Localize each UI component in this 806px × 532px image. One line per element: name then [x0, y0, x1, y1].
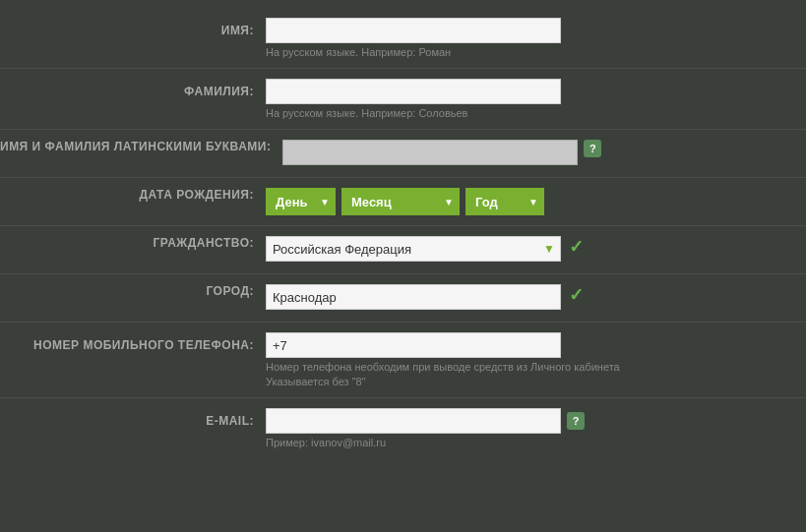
- name-hint: На русском языке. Например: Роман: [266, 43, 451, 58]
- surname-row: ФАМИЛИЯ: На русском языке. Например: Сол…: [0, 71, 806, 127]
- phone-hint-1: Номер телефона необходим при выводе сред…: [266, 358, 620, 373]
- latin-name-help-icon[interactable]: ?: [584, 140, 601, 157]
- profile-form: ИМЯ: На русском языке. Например: Роман Ф…: [0, 0, 806, 466]
- divider-3: [0, 177, 806, 178]
- birthdate-row: ДАТА РОЖДЕНИЯ: День 1234 5678 910 ▼ Меся…: [0, 180, 806, 223]
- divider-5: [0, 273, 806, 274]
- surname-input[interactable]: [266, 79, 561, 104]
- month-select[interactable]: Месяц ЯнварьФевральМарт АпрельМайИюнь Ию…: [341, 188, 460, 215]
- birthdate-label: ДАТА РОЖДЕНИЯ:: [0, 188, 266, 202]
- divider-7: [0, 397, 806, 398]
- date-selects: День 1234 5678 910 ▼ Месяц ЯнварьФевраль…: [266, 188, 550, 215]
- day-select-wrapper: День 1234 5678 910 ▼: [266, 188, 336, 215]
- phone-row-inner: НОМЕР МОБИЛЬНОГО ТЕЛЕФОНА:: [0, 332, 806, 358]
- divider-4: [0, 225, 806, 226]
- email-label: E-MAIL:: [0, 414, 266, 428]
- citizenship-label: ГРАЖДАНСТВО:: [0, 236, 266, 250]
- divider-2: [0, 129, 806, 130]
- year-select-wrapper: Год 2000199919981997 ▼: [465, 188, 544, 215]
- citizenship-row: ГРАЖДАНСТВО: Российская Федерация Другое…: [0, 228, 806, 271]
- email-input[interactable]: [266, 408, 561, 434]
- name-input[interactable]: [266, 18, 561, 43]
- email-help-icon[interactable]: ?: [567, 412, 585, 430]
- surname-row-inner: ФАМИЛИЯ:: [0, 79, 806, 104]
- city-row: ГОРОД: ✓: [0, 276, 806, 320]
- name-row-inner: ИМЯ:: [0, 18, 806, 43]
- citizenship-select[interactable]: Российская Федерация Другое: [266, 236, 561, 262]
- divider-6: [0, 322, 806, 323]
- phone-label: НОМЕР МОБИЛЬНОГО ТЕЛЕФОНА:: [0, 338, 266, 352]
- latin-name-row: ИМЯ И ФАМИЛИЯ ЛАТИНСКИМИ БУКВАМИ: ?: [0, 132, 806, 175]
- name-label: ИМЯ:: [0, 24, 266, 37]
- phone-row: НОМЕР МОБИЛЬНОГО ТЕЛЕФОНА: Номер телефон…: [0, 325, 806, 395]
- city-check-icon: ✓: [569, 284, 584, 306]
- day-select[interactable]: День 1234 5678 910: [266, 188, 336, 215]
- city-label: ГОРОД:: [0, 284, 266, 298]
- surname-label: ФАМИЛИЯ:: [0, 85, 266, 98]
- latin-name-input[interactable]: [282, 140, 578, 165]
- phone-hint-2: Указывается без "8": [266, 373, 366, 387]
- city-input[interactable]: [266, 284, 561, 310]
- month-select-wrapper: Месяц ЯнварьФевральМарт АпрельМайИюнь Ию…: [341, 188, 460, 215]
- latin-name-label: ИМЯ И ФАМИЛИЯ ЛАТИНСКИМИ БУКВАМИ:: [0, 140, 282, 153]
- email-hint: Пример: ivanov@mail.ru: [266, 434, 386, 448]
- phone-input[interactable]: [266, 332, 561, 358]
- divider-1: [0, 68, 806, 69]
- email-row-inner: E-MAIL: ?: [0, 408, 806, 434]
- email-row: E-MAIL: ? Пример: ivanov@mail.ru: [0, 400, 806, 456]
- citizenship-check-icon: ✓: [569, 236, 584, 258]
- surname-hint: На русском языке. Например: Соловьев: [266, 104, 467, 119]
- name-row: ИМЯ: На русском языке. Например: Роман: [0, 10, 806, 66]
- year-select[interactable]: Год 2000199919981997: [465, 188, 544, 215]
- citizenship-select-wrapper: Российская Федерация Другое ▼: [266, 236, 561, 262]
